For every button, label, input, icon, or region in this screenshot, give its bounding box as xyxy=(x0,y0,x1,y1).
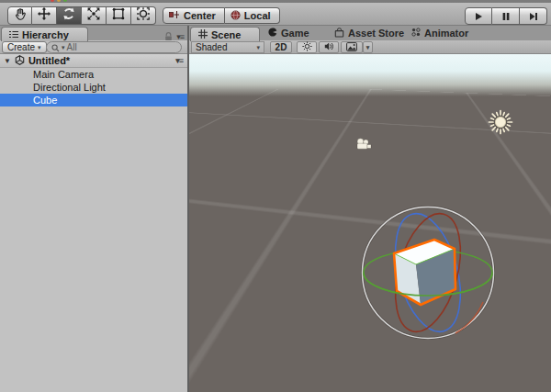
effects-dropdown-button[interactable]: ▾ xyxy=(363,41,373,53)
create-button-label: Create xyxy=(7,42,35,52)
scene-menu-icon[interactable]: ▾≡ xyxy=(175,56,183,65)
step-button[interactable] xyxy=(520,7,547,25)
hand-icon xyxy=(13,6,28,25)
playback-controls xyxy=(465,7,547,25)
hierarchy-item-main-camera[interactable]: Main Camera xyxy=(0,68,187,81)
effects-toggle-button[interactable] xyxy=(341,41,363,53)
pivot-toggle-button[interactable]: Center xyxy=(163,7,225,24)
search-placeholder: All xyxy=(67,42,77,52)
close-window-icon[interactable] xyxy=(51,0,54,2)
rect-tool-button[interactable] xyxy=(107,6,131,25)
gizmo-layer xyxy=(189,54,551,392)
tab-game-label: Game xyxy=(281,28,309,39)
search-icon xyxy=(51,39,60,56)
list-icon xyxy=(9,29,18,40)
image-icon xyxy=(346,42,357,53)
step-icon xyxy=(529,8,538,25)
pivot-space-group: Center Local xyxy=(163,7,280,24)
directional-light-gizmo[interactable] xyxy=(489,111,512,134)
asset-store-icon xyxy=(334,28,344,39)
move-tool-button[interactable] xyxy=(32,6,57,25)
hierarchy-panel: Hierarchy ▾≡ Create ▾ ▾ All xyxy=(0,26,187,392)
tab-asset-store-label: Asset Store xyxy=(348,28,404,39)
pivot-center-icon xyxy=(169,10,180,21)
local-globe-icon xyxy=(231,10,241,22)
tab-scene-label: Scene xyxy=(211,29,241,40)
animator-icon xyxy=(411,28,421,39)
transform-tool-button[interactable] xyxy=(131,6,156,25)
2d-toggle-label: 2D xyxy=(276,42,287,52)
main-camera-gizmo[interactable] xyxy=(357,139,371,149)
zoom-window-icon[interactable] xyxy=(63,0,67,2)
scene-panel: Scene Game Asset Store Animator xyxy=(189,26,551,392)
pause-icon xyxy=(501,8,511,25)
search-input[interactable]: ▾ All xyxy=(46,41,182,53)
grid-icon xyxy=(198,29,208,40)
hierarchy-tree: ▼ Untitled* ▾≡ Main Camera Directional L… xyxy=(0,54,187,392)
rotate-icon xyxy=(62,6,76,25)
hand-tool-button[interactable] xyxy=(7,6,32,25)
chevron-down-icon: ▾ xyxy=(38,44,41,51)
hierarchy-toolbar: Create ▾ ▾ All xyxy=(0,40,187,54)
transform-tool-group xyxy=(7,6,156,25)
hierarchy-item-directional-light[interactable]: Directional Light xyxy=(0,81,187,94)
scale-tool-button[interactable] xyxy=(82,6,107,25)
pause-button[interactable] xyxy=(492,7,520,25)
2d-toggle-button[interactable]: 2D xyxy=(270,41,292,53)
scene-name: Untitled* xyxy=(28,55,70,66)
move-icon xyxy=(37,6,51,25)
rotate-tool-button[interactable] xyxy=(57,6,82,25)
tab-scene[interactable]: Scene xyxy=(190,27,260,41)
play-icon xyxy=(474,8,483,25)
lighting-toggle-button[interactable] xyxy=(297,41,317,53)
scene-view-toolbar: Shaded ▾ 2D ▾ xyxy=(189,40,551,54)
draw-mode-dropdown[interactable]: Shaded ▾ xyxy=(191,41,264,53)
tab-animator[interactable]: Animator xyxy=(411,26,468,40)
scale-icon xyxy=(86,6,101,25)
minimize-window-icon[interactable] xyxy=(57,0,61,2)
tab-hierarchy[interactable]: Hierarchy xyxy=(1,27,88,41)
game-icon xyxy=(268,28,277,39)
space-toggle-label: Local xyxy=(244,10,271,21)
audio-toggle-button[interactable] xyxy=(319,41,339,53)
rect-tool-icon xyxy=(111,6,126,25)
tab-hierarchy-label: Hierarchy xyxy=(22,29,69,40)
unity-logo-icon xyxy=(15,55,25,67)
chevron-down-icon: ▾ xyxy=(256,44,260,51)
tab-animator-label: Animator xyxy=(424,28,468,39)
transform-icon xyxy=(136,6,151,25)
scene-viewport[interactable] xyxy=(189,54,551,392)
draw-mode-label: Shaded xyxy=(196,42,227,52)
hierarchy-tabstrip: Hierarchy ▾≡ xyxy=(0,26,187,40)
main-toolbar: Center Local xyxy=(0,3,551,26)
search-filter-chevron-icon: ▾ xyxy=(62,44,65,51)
speaker-icon xyxy=(324,41,334,53)
create-button[interactable]: Create ▾ xyxy=(2,41,47,53)
hierarchy-item-cube[interactable]: Cube xyxy=(0,94,187,106)
tab-game[interactable]: Game xyxy=(268,26,309,40)
tab-asset-store[interactable]: Asset Store xyxy=(334,26,404,40)
sun-icon xyxy=(302,41,312,53)
pivot-toggle-label: Center xyxy=(184,10,216,21)
play-button[interactable] xyxy=(465,7,492,25)
chevron-down-icon: ▾ xyxy=(366,44,370,51)
scene-header-row[interactable]: ▼ Untitled* ▾≡ xyxy=(0,54,187,68)
space-toggle-button[interactable]: Local xyxy=(225,7,280,24)
scene-tabstrip: Scene Game Asset Store Animator xyxy=(189,26,551,40)
foldout-triangle-icon[interactable]: ▼ xyxy=(4,57,11,65)
